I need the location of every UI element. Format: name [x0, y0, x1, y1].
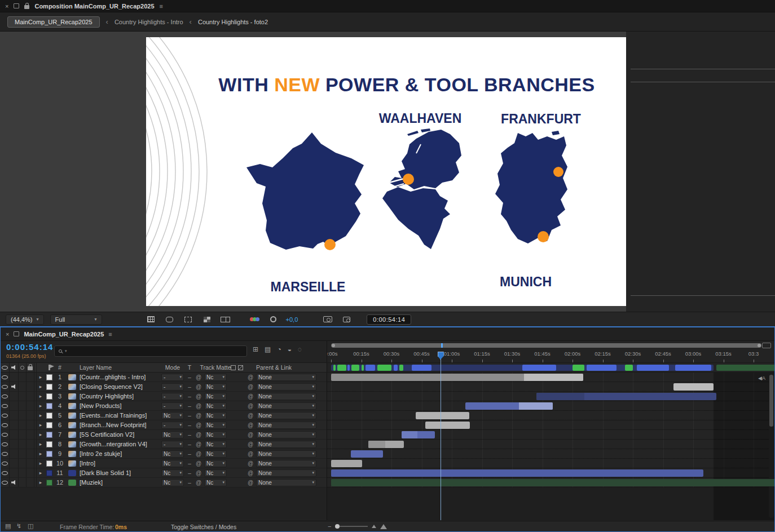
vertical-scrollbar[interactable]	[769, 374, 774, 518]
mode-dropdown[interactable]: Nc▾	[161, 460, 184, 467]
video-toggle-cell[interactable]	[1, 430, 10, 439]
column-number[interactable]: #	[54, 363, 66, 372]
preserve-transparency-toggle[interactable]: –	[185, 440, 194, 449]
minimap[interactable]	[327, 363, 774, 372]
timeline-zoom-control[interactable]: −	[328, 521, 387, 531]
preserve-transparency-toggle[interactable]: –	[185, 478, 194, 487]
twirl-arrow-icon[interactable]: ▸	[37, 440, 45, 449]
audio-toggle-cell[interactable]	[10, 392, 19, 401]
parent-pickwhip-icon[interactable]: @	[246, 459, 255, 468]
comp-marker-bin-button[interactable]	[762, 343, 771, 348]
audio-toggle-cell[interactable]	[10, 382, 19, 391]
draft-3d-button[interactable]: ▤	[265, 346, 271, 353]
mini-flowchart-button[interactable]: ⊞	[253, 346, 258, 353]
label-color-cell[interactable]	[45, 440, 54, 449]
layer-name[interactable]: [Countr...ghlights - Intro]	[80, 374, 160, 380]
video-toggle-cell[interactable]	[1, 440, 10, 449]
time-navigator[interactable]	[331, 343, 761, 348]
current-time-display[interactable]: 0:00:54:14	[6, 342, 53, 352]
twirl-arrow-icon[interactable]: ▸	[37, 373, 45, 382]
lock-icon[interactable]	[24, 5, 29, 9]
parent-link-dropdown[interactable]: None▾	[256, 383, 316, 391]
label-color-chip[interactable]	[46, 393, 52, 400]
label-color-chip[interactable]	[46, 470, 52, 476]
video-toggle-cell[interactable]	[1, 411, 10, 420]
lock-toggle-cell[interactable]	[27, 478, 34, 487]
parent-pickwhip-icon[interactable]: @	[246, 392, 255, 401]
motion-blur-button[interactable]: ◌	[298, 346, 302, 353]
layer-name[interactable]: [Closing Sequence V2]	[80, 383, 160, 390]
parent-pickwhip-icon[interactable]: @	[246, 478, 255, 487]
preserve-transparency-toggle[interactable]: –	[185, 382, 194, 391]
preserve-transparency-toggle[interactable]: –	[185, 459, 194, 468]
speaker-icon[interactable]	[11, 384, 16, 389]
parent-pickwhip-icon[interactable]: @	[246, 468, 255, 477]
layer-bar[interactable]	[536, 393, 716, 400]
audio-toggle-cell[interactable]	[10, 373, 19, 382]
layer-row[interactable]: ▸6[Branch...New Footprint]-▾–@Nc▾@None▾	[1, 420, 327, 430]
label-color-chip[interactable]	[46, 384, 52, 390]
track-matte-dropdown[interactable]: Nc▾	[204, 479, 227, 486]
parent-link-dropdown[interactable]: None▾	[256, 460, 316, 467]
eye-icon[interactable]	[2, 414, 8, 418]
channels-button[interactable]	[249, 314, 261, 325]
parent-link-dropdown[interactable]: None▾	[256, 402, 316, 410]
twirl-arrow-icon[interactable]: ▸	[37, 430, 45, 439]
layer-row[interactable]: ▸9[Intro 2e stukje]Nc▾–@Nc▾@None▾	[1, 449, 327, 459]
panel-menu-icon[interactable]: ≡	[108, 331, 112, 338]
parent-link-dropdown[interactable]: None▾	[256, 441, 316, 448]
track-matte-dropdown[interactable]: Nc▾	[204, 441, 227, 448]
eye-icon[interactable]	[2, 404, 8, 408]
preserve-transparency-toggle[interactable]: –	[185, 401, 194, 410]
label-color-chip[interactable]	[46, 403, 52, 409]
scrollbar-thumb[interactable]	[769, 375, 773, 427]
layer-row[interactable]: ▸1[Countr...ghlights - Intro]-▾–@Nc▾@Non…	[1, 373, 327, 382]
label-color-cell[interactable]	[45, 468, 54, 477]
layer-bar[interactable]	[425, 422, 470, 429]
layer-bar[interactable]	[331, 479, 774, 486]
navigator-handle-left[interactable]	[332, 344, 335, 347]
parent-link-dropdown[interactable]: None▾	[256, 412, 316, 419]
mode-dropdown[interactable]: -▾	[161, 393, 184, 400]
search-input[interactable]: ▾	[54, 345, 247, 357]
footer-icon-3[interactable]: ◫	[28, 523, 33, 529]
solo-toggle-cell[interactable]	[19, 459, 27, 468]
pickwhip-icon[interactable]: @	[194, 449, 203, 458]
twirl-arrow-icon[interactable]: ▸	[37, 382, 45, 391]
mode-dropdown[interactable]: -▾	[161, 402, 184, 410]
transparency-grid-button[interactable]	[201, 314, 213, 325]
panel-divider[interactable]	[631, 69, 775, 69]
zoom-out-icon[interactable]: −	[328, 523, 331, 530]
label-color-chip[interactable]	[46, 422, 52, 428]
video-toggle-cell[interactable]	[1, 392, 10, 401]
column-track-matte[interactable]: Track Matte	[203, 363, 228, 372]
label-color-cell[interactable]	[45, 430, 54, 439]
lock-toggle-cell[interactable]	[27, 459, 34, 468]
audio-toggle-cell[interactable]	[10, 430, 19, 439]
layer-row[interactable]: ▸5[Events...nical Trainings]Nc▾–@Nc▾@Non…	[1, 411, 327, 420]
label-color-chip[interactable]	[46, 460, 52, 467]
video-toggle-cell[interactable]	[1, 478, 10, 487]
layer-bar[interactable]	[368, 441, 404, 448]
parent-link-dropdown[interactable]: None▾	[256, 479, 316, 486]
parent-pickwhip-icon[interactable]: @	[246, 449, 255, 458]
solo-toggle-cell[interactable]	[19, 401, 27, 410]
breadcrumb-intro-comp[interactable]: Country Highlights - Intro	[115, 19, 183, 25]
parent-pickwhip-icon[interactable]: @	[246, 420, 255, 429]
layer-row[interactable]: ▸12[Muziek]Nc▾–@Nc▾@None▾	[1, 478, 327, 487]
zoom-slider[interactable]	[335, 526, 368, 527]
preserve-transparency-toggle[interactable]: –	[185, 373, 194, 382]
show-snapshot-button[interactable]	[340, 314, 353, 325]
eye-icon[interactable]	[2, 433, 8, 437]
eye-icon[interactable]	[2, 462, 8, 466]
twirl-arrow-icon[interactable]: ▸	[37, 449, 45, 458]
layer-name[interactable]: [Intro]	[80, 460, 160, 467]
audio-toggle-cell[interactable]	[10, 468, 19, 477]
close-icon[interactable]: ×	[6, 331, 9, 338]
track-matte-dropdown[interactable]: Nc▾	[204, 412, 227, 419]
eye-icon[interactable]	[2, 452, 8, 456]
eye-icon[interactable]	[2, 481, 8, 485]
pickwhip-icon[interactable]: @	[194, 382, 203, 391]
parent-pickwhip-icon[interactable]: @	[246, 382, 255, 391]
parent-link-dropdown[interactable]: None▾	[256, 393, 316, 400]
